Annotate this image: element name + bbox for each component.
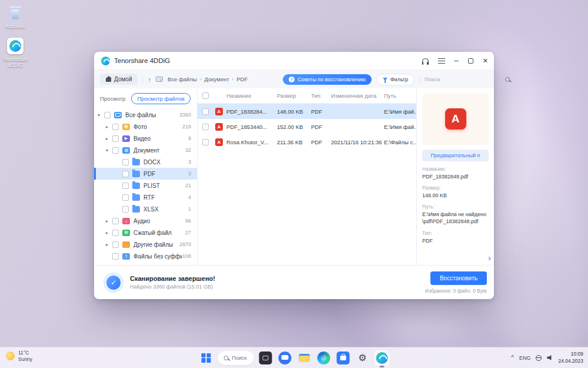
select-all-checkbox[interactable]	[202, 92, 209, 99]
checkbox[interactable]	[202, 124, 209, 130]
recovery-tips-button[interactable]: i Советы по восстановлению	[283, 74, 372, 85]
maximize-button[interactable]	[468, 58, 473, 64]
checkbox[interactable]	[112, 135, 119, 142]
table-row[interactable]: A PDF_1853440... 152.00 KB PDF E:\Имя фа…	[198, 119, 416, 134]
checkbox[interactable]	[112, 147, 119, 154]
next-file-chevron[interactable]: ›	[488, 253, 491, 263]
chevron-right-icon[interactable]: ▸	[106, 218, 112, 224]
checkbox[interactable]	[122, 206, 129, 213]
tray-chevron-up-icon[interactable]: ^	[511, 354, 514, 361]
tree-item-video[interactable]: ▸ ▶ Видео 8	[94, 132, 197, 144]
desktop-icon-label: Корзина	[0, 24, 31, 29]
tree-item-photo[interactable]: ▸ ▦ Фото 219	[94, 121, 197, 132]
breadcrumb-separator-icon: ›	[232, 77, 234, 82]
clock[interactable]: 10:09 24.04.2023	[558, 351, 583, 364]
weather-widget[interactable]: 11°C Sunny	[6, 350, 32, 362]
preview-button[interactable]: Предварительный п	[422, 150, 489, 161]
file-explorer-button[interactable]	[296, 350, 312, 366]
archive-icon: ▤	[122, 230, 130, 236]
tree-item-count: 3	[188, 159, 197, 165]
tree-item-docx[interactable]: DOCX 3	[94, 156, 197, 168]
pdf-preview-icon: A	[445, 108, 466, 130]
tree-item-audio[interactable]: ▸ ♪ Аудио 96	[94, 215, 197, 227]
start-button[interactable]	[199, 350, 214, 366]
filter-button[interactable]: Фильтр	[376, 74, 415, 85]
menu-icon[interactable]	[438, 58, 445, 64]
checkbox[interactable]	[202, 108, 209, 115]
tree-item-document[interactable]: ▾ Документ 32	[94, 144, 197, 156]
edge-browser-button[interactable]	[316, 350, 331, 366]
checkbox[interactable]	[112, 253, 119, 260]
network-icon[interactable]	[536, 355, 542, 361]
column-header-date[interactable]: Измененная дата	[331, 92, 384, 99]
dark-app-button[interactable]	[258, 350, 273, 366]
4ddig-taskbar-button[interactable]	[374, 350, 389, 366]
4ddig-window: Tenorshare 4DDiG – ✕ Домой ↑ Все файлы ›…	[94, 52, 494, 299]
column-header-path[interactable]: Путь	[384, 92, 416, 99]
chevron-right-icon[interactable]: ▸	[106, 136, 112, 141]
search-input[interactable]	[425, 76, 502, 82]
checkbox[interactable]	[122, 194, 129, 201]
tree-item-label: Другие файлы	[133, 241, 173, 248]
breadcrumb-document[interactable]: Документ	[204, 76, 229, 82]
tree-item-xlsx[interactable]: XLSX 1	[94, 203, 197, 215]
settings-button[interactable]: ⚙	[355, 350, 370, 366]
checkbox[interactable]	[112, 218, 119, 224]
app-logo-icon	[101, 57, 110, 65]
tree-item-count: 32	[185, 147, 197, 153]
checkbox[interactable]	[112, 241, 119, 248]
pdf-file-icon: A	[215, 138, 223, 146]
tree-item-label: Документ	[133, 147, 159, 154]
folder-icon	[298, 352, 310, 364]
desktop-icon-4ddig[interactable]: Tenorshare 4DDiG	[0, 38, 31, 68]
store-button[interactable]	[335, 350, 350, 366]
tree-item-pdf[interactable]: PDF 3	[94, 168, 197, 180]
breadcrumb-all-files[interactable]: Все файлы	[168, 76, 197, 82]
chevron-right-icon[interactable]: ▸	[106, 124, 112, 130]
home-button[interactable]: Домой	[100, 74, 138, 85]
chevron-right-icon[interactable]: ▸	[106, 242, 112, 247]
checkbox[interactable]	[122, 171, 129, 177]
column-header-name[interactable]: Название	[226, 92, 277, 99]
chevron-down-icon[interactable]: ▾	[106, 148, 112, 153]
tree-item-other-files[interactable]: ▸ … Другие файлы 2870	[94, 238, 197, 250]
tree-item-label: XLSX	[143, 206, 159, 213]
column-header-size[interactable]: Размер	[277, 92, 311, 99]
tab-preview[interactable]: Просмотр	[100, 95, 125, 102]
recover-button[interactable]: Восстановить	[430, 271, 487, 285]
checkbox[interactable]	[112, 124, 119, 130]
table-row[interactable]: A Rosa Khutor_V... 211.36 KB PDF 2021/11…	[198, 134, 416, 150]
column-header-type[interactable]: Тип	[311, 92, 331, 99]
language-indicator[interactable]: ENG	[519, 355, 531, 361]
desktop-icon-recycle-bin[interactable]: Корзина	[0, 5, 31, 29]
tree-item-no-suffix[interactable]: ? Файлы без суффикса 108	[94, 250, 197, 262]
drive-icon	[156, 77, 163, 82]
checkbox[interactable]	[202, 139, 209, 145]
tree-item-archive[interactable]: ▸ ▤ Сжатый файл 27	[94, 227, 197, 238]
titlebar[interactable]: Tenorshare 4DDiG – ✕	[94, 52, 494, 69]
volume-icon[interactable]	[547, 355, 553, 361]
chevron-down-icon[interactable]: ▾	[98, 112, 104, 118]
table-row[interactable]: A PDF_1838284... 148.00 KB PDF E:\Имя фа…	[198, 104, 416, 119]
tips-icon: i	[289, 77, 295, 82]
up-arrow-icon[interactable]: ↑	[148, 76, 151, 83]
checkbox[interactable]	[122, 183, 129, 189]
tree-item-all-files[interactable]: ▾ Все файлы 3360	[94, 109, 197, 121]
tree-item-plist[interactable]: PLIST 21	[94, 180, 197, 191]
search-icon[interactable]	[505, 77, 510, 82]
chevron-right-icon[interactable]: ▸	[106, 230, 112, 236]
tree-item-count: 219	[182, 124, 197, 130]
close-button[interactable]: ✕	[483, 57, 488, 65]
checkbox[interactable]	[104, 112, 111, 118]
minimize-button[interactable]: –	[455, 58, 459, 63]
chat-app-button[interactable]	[277, 350, 292, 366]
checkbox[interactable]	[122, 159, 129, 165]
checkbox[interactable]	[112, 230, 119, 236]
taskbar-search[interactable]: Поиск	[218, 351, 254, 365]
support-headset-icon[interactable]	[422, 58, 429, 64]
tree-item-rtf[interactable]: RTF 4	[94, 191, 197, 203]
tab-file-view[interactable]: Просмотр файлов	[131, 93, 190, 104]
folder-icon	[132, 171, 140, 177]
breadcrumb-pdf[interactable]: PDF	[236, 76, 248, 82]
field-value-size: 148.00 KB	[422, 192, 489, 199]
